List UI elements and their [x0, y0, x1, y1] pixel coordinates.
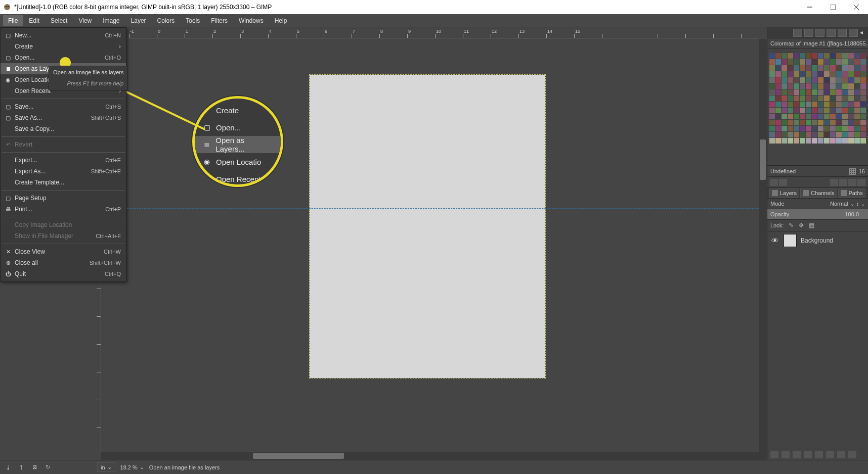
colormap-cell[interactable]	[794, 71, 799, 77]
colormap-cell[interactable]	[830, 96, 836, 101]
colormap-cell[interactable]	[782, 53, 787, 59]
colormap-cell[interactable]	[848, 65, 854, 71]
colormap-cell[interactable]	[794, 89, 799, 95]
colormap-cell[interactable]	[788, 77, 793, 83]
file-menu-item[interactable]: Export As...Shift+Ctrl+E	[1, 166, 126, 177]
horizontal-scrollbar[interactable]	[101, 452, 759, 460]
lock-position-icon[interactable]: ✥	[799, 222, 804, 229]
maximize-button[interactable]	[821, 0, 845, 14]
colormap-cell[interactable]	[830, 138, 836, 144]
colormap-cell[interactable]	[842, 108, 848, 113]
colormap-cell[interactable]	[818, 132, 823, 137]
colormap-column-count[interactable]: 16	[859, 168, 865, 174]
chevron-down-icon[interactable]: ⌄	[850, 201, 854, 207]
colormap-cell[interactable]	[836, 71, 842, 77]
colormap-cell[interactable]	[836, 53, 842, 59]
colormap-cell[interactable]	[842, 102, 848, 107]
colormap-cell[interactable]	[860, 71, 866, 77]
colormap-cell[interactable]	[824, 114, 830, 119]
colormap-cell[interactable]	[848, 77, 854, 83]
status-icon[interactable]: ↻	[44, 463, 52, 471]
colormap-cell[interactable]	[794, 102, 799, 107]
visibility-eye-icon[interactable]: 👁	[771, 236, 779, 245]
colormap-cell[interactable]	[775, 53, 781, 59]
colormap-cell[interactable]	[848, 71, 854, 77]
colormap-delete-button[interactable]	[830, 178, 839, 186]
colormap-cell[interactable]	[775, 102, 781, 107]
colormap-cell[interactable]	[848, 53, 854, 59]
dock-tab-icon[interactable]	[827, 29, 836, 37]
colormap-cell[interactable]	[824, 120, 830, 125]
colormap-cell[interactable]	[782, 126, 787, 131]
colormap-cell[interactable]	[848, 114, 854, 119]
file-menu-item[interactable]: ⊗Close allShift+Ctrl+W	[1, 257, 126, 268]
colormap-cell[interactable]	[824, 71, 830, 77]
unit-selector[interactable]: in ⌄	[97, 462, 115, 472]
menu-image[interactable]: Image	[98, 15, 124, 26]
colormap-cell[interactable]	[842, 59, 848, 65]
canvas-page[interactable]	[310, 75, 545, 378]
close-button[interactable]	[845, 0, 868, 14]
colormap-cell[interactable]	[860, 89, 866, 95]
colormap-cell[interactable]	[836, 102, 842, 107]
colormap-cell[interactable]	[836, 77, 842, 83]
colormap-cell[interactable]	[824, 65, 830, 71]
colormap-cell[interactable]	[775, 71, 781, 77]
colormap-cell[interactable]	[806, 120, 811, 125]
colormap-cell[interactable]	[782, 108, 787, 113]
colormap-cell[interactable]	[824, 96, 830, 101]
colormap-cell[interactable]	[836, 138, 842, 144]
colormap-cell[interactable]	[818, 65, 823, 71]
colormap-cell[interactable]	[812, 126, 817, 131]
colormap-cell[interactable]	[806, 138, 811, 144]
colormap-cell[interactable]	[854, 96, 860, 101]
colormap-cell[interactable]	[788, 65, 793, 71]
colormap-cell[interactable]	[769, 83, 775, 89]
colormap-cell[interactable]	[848, 120, 854, 125]
colormap-cell[interactable]	[812, 96, 817, 101]
file-menu-item[interactable]: ▢Page Setup	[1, 193, 126, 204]
colormap-cell[interactable]	[769, 114, 775, 119]
colormap-cell[interactable]	[848, 59, 854, 65]
colormap-cell[interactable]	[818, 71, 823, 77]
colormap-cell[interactable]	[818, 108, 823, 113]
colormap-cell[interactable]	[794, 96, 799, 101]
file-menu-item[interactable]: Create Template...	[1, 177, 126, 188]
colormap-cell[interactable]	[848, 102, 854, 107]
colormap-cell[interactable]	[775, 83, 781, 89]
colormap-cell[interactable]	[769, 53, 775, 59]
colormap-cell[interactable]	[836, 114, 842, 119]
colormap-cell[interactable]	[775, 120, 781, 125]
tab-channels[interactable]: Channels	[800, 188, 837, 198]
colormap-cell[interactable]	[824, 83, 830, 89]
colormap-cell[interactable]	[860, 114, 866, 119]
file-menu-item[interactable]: ▢Save...Ctrl+S	[1, 101, 126, 112]
colormap-cell[interactable]	[860, 102, 866, 107]
colormap-cell[interactable]	[854, 59, 860, 65]
colormap-cell[interactable]	[794, 53, 799, 59]
minimize-button[interactable]	[798, 0, 821, 14]
colormap-cell[interactable]	[769, 138, 775, 144]
colormap-cell[interactable]	[769, 77, 775, 83]
colormap-cell[interactable]	[812, 77, 817, 83]
colormap-cell[interactable]	[775, 59, 781, 65]
colormap-cell[interactable]	[788, 71, 793, 77]
colormap-cell[interactable]	[854, 89, 860, 95]
colormap-cell[interactable]	[812, 53, 817, 59]
colormap-cell[interactable]	[800, 126, 805, 131]
layer-group-button[interactable]	[782, 451, 790, 458]
mask-layer-button[interactable]	[837, 451, 845, 458]
colormap-cell[interactable]	[830, 65, 836, 71]
colormap-cell[interactable]	[788, 102, 793, 107]
colormap-cell[interactable]	[830, 102, 836, 107]
file-menu-item[interactable]: ▢New...Ctrl+N	[1, 30, 126, 41]
colormap-cell[interactable]	[836, 108, 842, 113]
colormap-cell[interactable]	[830, 126, 836, 131]
colormap-cell[interactable]	[769, 126, 775, 131]
colormap-cell[interactable]	[812, 120, 817, 125]
colormap-cell[interactable]	[854, 65, 860, 71]
colormap-cell[interactable]	[794, 83, 799, 89]
colormap-cell[interactable]	[842, 96, 848, 101]
colormap-cell[interactable]	[818, 53, 823, 59]
colormap-cell[interactable]	[848, 132, 854, 137]
